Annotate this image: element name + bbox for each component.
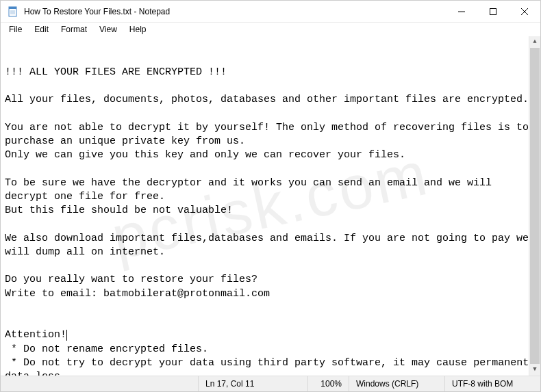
text-editor[interactable]: pcrisk.com !!! ALL YOUR FILES ARE ENCRYP…: [1, 36, 540, 376]
notepad-icon: [8, 6, 18, 17]
minimize-button[interactable]: [446, 1, 477, 23]
text-line: Do you really want to restore your files…: [5, 274, 257, 285]
status-encoding: UTF-8 with BOM: [444, 376, 540, 391]
vertical-scrollbar[interactable]: ▲ ▼: [529, 36, 540, 376]
statusbar: Ln 17, Col 11 100% Windows (CRLF) UTF-8 …: [1, 376, 540, 391]
status-spacer: [1, 376, 198, 391]
text-caret: [66, 330, 67, 341]
svg-rect-1: [9, 7, 16, 9]
titlebar: How To Restore Your Files.txt - Notepad: [1, 1, 540, 23]
text-line: * Do not try to decrypt your data using …: [5, 357, 535, 376]
menu-format[interactable]: Format: [55, 23, 92, 36]
notepad-window: How To Restore Your Files.txt - Notepad …: [0, 0, 541, 392]
text-line: You are not able to decrypt it by yourse…: [5, 122, 535, 147]
window-controls: [446, 1, 540, 23]
text-line: !!! ALL YOUR FILES ARE ENCRYPTED !!!: [5, 66, 227, 78]
menu-view[interactable]: View: [94, 23, 123, 36]
status-zoom: 100%: [307, 376, 349, 391]
scroll-up-arrow-icon[interactable]: ▲: [529, 36, 540, 48]
text-line: We also download important files,databas…: [5, 233, 535, 258]
status-cursor-position: Ln 17, Col 11: [198, 376, 307, 391]
maximize-button[interactable]: [477, 1, 509, 23]
window-title: How To Restore Your Files.txt - Notepad: [24, 7, 170, 16]
scroll-down-arrow-icon[interactable]: ▼: [529, 364, 540, 376]
text-line: All your files, documents, photos, datab…: [5, 94, 529, 105]
text-line: Attention!: [5, 329, 66, 341]
close-button[interactable]: [509, 1, 540, 23]
text-line: But this file should be not valuable!: [5, 205, 233, 216]
svg-rect-6: [490, 8, 496, 14]
scrollbar-track[interactable]: [529, 48, 540, 364]
menubar: File Edit Format View Help: [1, 23, 540, 36]
menu-file[interactable]: File: [3, 23, 27, 36]
minimize-icon: [458, 8, 465, 15]
text-line: * Do not rename encrypted files.: [5, 343, 208, 355]
text-line: To be sure we have the decryptor and it …: [5, 177, 498, 202]
text-line: Only we can give you this key and only w…: [5, 149, 405, 161]
scrollbar-thumb[interactable]: [530, 48, 540, 364]
close-icon: [521, 8, 528, 15]
status-line-ending: Windows (CRLF): [349, 376, 444, 391]
maximize-icon: [490, 8, 496, 15]
menu-edit[interactable]: Edit: [29, 23, 54, 36]
titlebar-left: How To Restore Your Files.txt - Notepad: [1, 6, 170, 17]
text-line: Write to email: batmobilerat@protonmail.…: [5, 288, 270, 300]
menu-help[interactable]: Help: [124, 23, 152, 36]
